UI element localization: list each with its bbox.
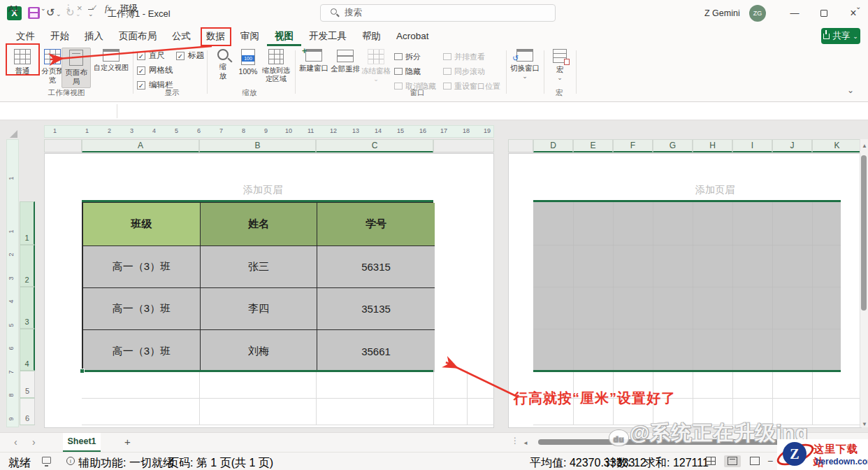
vertical-ruler[interactable]	[6, 139, 19, 427]
normal-view-shortcut[interactable]	[702, 455, 719, 467]
split-button[interactable]: 拆分	[394, 52, 421, 62]
cell-B2[interactable]: 张三	[201, 246, 317, 288]
share-button[interactable]: 共享 ⌄	[821, 28, 860, 44]
new-sheet-button[interactable]: +	[124, 436, 131, 448]
minimize-button[interactable]: —	[780, 0, 809, 27]
headings-checkbox[interactable]: ✓ 标题	[176, 50, 204, 61]
selection-handle[interactable]	[80, 369, 85, 373]
new-window-button[interactable]: + 新建窗口	[298, 48, 330, 73]
avatar[interactable]: ZG	[749, 5, 766, 22]
horizontal-ruler[interactable]	[44, 125, 494, 138]
formula-bar-value[interactable]: 班级	[120, 3, 138, 15]
cell-C2[interactable]: 56315	[317, 246, 435, 288]
page-layout-view-button[interactable]: 页面布局	[62, 48, 91, 88]
cell-A1-selected[interactable]: 班级	[83, 203, 201, 246]
cell-B4[interactable]: 刘梅	[201, 330, 317, 372]
tab-view[interactable]: 视图	[267, 27, 301, 46]
account-name[interactable]: Z Gemini	[704, 8, 740, 18]
sheet-nav-prev-icon[interactable]: ‹	[14, 436, 17, 448]
custom-views-button[interactable]: 自定义视图	[92, 48, 131, 72]
page-layout-view-shortcut[interactable]	[724, 455, 741, 467]
row-header-4[interactable]: 4	[20, 329, 35, 371]
column-header-I[interactable]: I	[732, 139, 772, 152]
window-group-label: 窗口	[391, 88, 443, 98]
cell-C1[interactable]: 学号	[317, 203, 435, 246]
scroll-down-icon[interactable]: ▼	[862, 421, 867, 427]
expand-formula-bar-icon[interactable]: ⌄	[855, 3, 861, 10]
tab-home[interactable]: 开始	[43, 27, 77, 46]
column-header-D[interactable]: D	[533, 139, 573, 152]
macro-record-icon[interactable]	[42, 457, 51, 464]
tabbar-splitter-icon[interactable]: ⋮	[511, 436, 519, 446]
cell-A3[interactable]: 高一（3）班	[83, 288, 201, 330]
vertical-scrollbar-thumb[interactable]	[861, 155, 867, 311]
collapse-ribbon-icon[interactable]: ⌄	[847, 85, 854, 95]
column-header-E[interactable]: E	[573, 139, 613, 152]
maximize-button[interactable]	[809, 0, 839, 27]
name-box-dropdown-icon[interactable]: ⌄	[41, 5, 46, 12]
tab-page-layout[interactable]: 页面布局	[111, 27, 164, 46]
cell-C3[interactable]: 35135	[317, 288, 435, 330]
cell-C4[interactable]: 35661	[317, 330, 435, 372]
cell-A2[interactable]: 高一（3）班	[83, 246, 201, 288]
scroll-up-icon[interactable]: ▲	[862, 143, 867, 149]
zoom-100-button[interactable]: 100 100%	[236, 48, 260, 76]
ruler-number: 19	[484, 127, 491, 134]
row-header-1[interactable]: 1	[20, 201, 35, 245]
gridlines-checkbox[interactable]: ✓ 网格线	[137, 65, 173, 76]
sheet-tab-sheet1[interactable]: Sheet1	[63, 433, 101, 452]
cell-A4[interactable]: 高一（3）班	[83, 330, 201, 372]
arrange-all-label: 全部重排	[330, 64, 361, 73]
switch-windows-button[interactable]: ↺ 切换窗口 ⌄	[509, 48, 541, 80]
undo-dropdown-icon[interactable]: ⌄	[56, 10, 62, 17]
ruler-number: 8	[242, 127, 245, 134]
add-header-placeholder[interactable]: 添加页眉	[243, 184, 282, 197]
zoom-button[interactable]: 缩放	[211, 48, 235, 80]
column-header-H[interactable]: H	[693, 139, 732, 152]
ruler-number: 7	[8, 370, 15, 373]
ruler-checkbox[interactable]: ✓ 直尺	[137, 50, 165, 61]
selected-rows-fill[interactable]	[533, 201, 841, 371]
add-header-placeholder[interactable]: 添加页眉	[695, 184, 735, 197]
status-mode[interactable]: 就绪	[8, 456, 31, 470]
tab-help[interactable]: 帮助	[354, 27, 389, 46]
row-header-6[interactable]: 6	[20, 398, 35, 425]
search-input[interactable]: 搜索	[320, 4, 556, 22]
page-break-view-shortcut[interactable]	[746, 455, 763, 467]
tab-review[interactable]: 审阅	[233, 27, 267, 46]
cell-B3[interactable]: 李四	[201, 288, 317, 330]
insert-function-icon[interactable]: fx	[105, 3, 111, 14]
namebox-splitter-icon[interactable]: ⋮	[64, 3, 73, 13]
tab-acrobat[interactable]: Acrobat	[389, 27, 437, 46]
status-sum[interactable]: 求和: 127111	[644, 456, 709, 470]
select-all-button[interactable]	[10, 130, 17, 138]
sheet-nav-next-icon[interactable]: ›	[32, 436, 36, 448]
formula-enter-icon[interactable]: ✓	[91, 3, 98, 13]
formula-cancel-icon[interactable]: ×	[77, 3, 82, 13]
close-button[interactable]: ×	[839, 0, 868, 27]
status-accessibility[interactable]: 辅助功能: 一切就绪	[78, 456, 174, 470]
row-header-5[interactable]: 5	[20, 371, 35, 398]
row-header-3[interactable]: 3	[20, 287, 35, 329]
tab-insert[interactable]: 插入	[77, 27, 111, 46]
column-header-J[interactable]: J	[772, 139, 812, 152]
hide-button[interactable]: 隐藏	[394, 66, 421, 77]
column-header-C[interactable]: C	[316, 139, 433, 152]
macros-button[interactable]: 宏 ⌄	[548, 48, 572, 81]
reset-window-position-icon	[443, 83, 451, 90]
column-header-A[interactable]: A	[82, 139, 199, 152]
column-header-F[interactable]: F	[613, 139, 653, 152]
zoom-out-icon[interactable]: −	[767, 455, 773, 467]
column-header-B[interactable]: B	[199, 139, 316, 152]
status-count[interactable]: 计数: 12	[605, 456, 646, 470]
column-header-G[interactable]: G	[653, 139, 693, 152]
arrange-all-button[interactable]: 全部重排	[330, 48, 361, 73]
tab-formulas[interactable]: 公式	[164, 27, 198, 46]
scroll-left-icon[interactable]: ◄	[523, 440, 528, 446]
column-header-K[interactable]: K	[812, 139, 862, 152]
cell-B1[interactable]: 姓名	[201, 203, 317, 246]
zoom-to-selection-button[interactable]: 缩放到选定区域	[260, 48, 292, 83]
row-header-2[interactable]: 2	[20, 245, 35, 287]
student-table[interactable]: 班级 姓名 学号 高一（3）班 张三 56315 高一（3）班 李四 35135…	[82, 201, 433, 371]
tab-developer[interactable]: 开发工具	[301, 27, 354, 46]
